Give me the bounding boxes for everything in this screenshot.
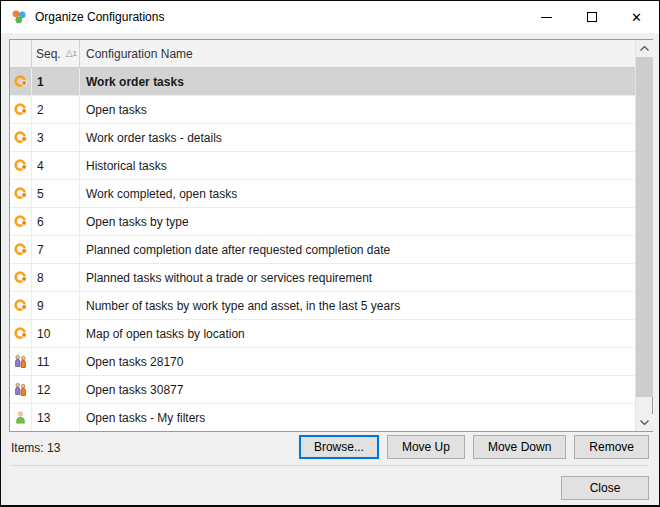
row-name-cell: Open tasks 28170 xyxy=(80,348,635,375)
row-icon-cell xyxy=(10,96,32,123)
scroll-down-button[interactable] xyxy=(636,414,653,431)
row-seq-cell: 7 xyxy=(32,236,80,263)
row-icon-cell xyxy=(10,320,32,347)
row-name-cell: Open tasks - My filters xyxy=(80,404,635,431)
row-icon-cell xyxy=(10,376,32,403)
table-body: 1 Work order tasks 2 Open tasks 3 Work o… xyxy=(10,68,635,431)
table-row[interactable]: 12 Open tasks 30877 xyxy=(10,376,635,404)
row-name-cell: Open tasks 30877 xyxy=(80,376,635,403)
action-buttons: Browse... Move Up Move Down Remove xyxy=(299,435,649,459)
table-row[interactable]: 4 Historical tasks xyxy=(10,152,635,180)
close-icon: ✕ xyxy=(631,11,642,24)
table-row[interactable]: 7 Planned completion date after requeste… xyxy=(10,236,635,264)
table-row[interactable]: 2 Open tasks xyxy=(10,96,635,124)
balloons-icon xyxy=(11,9,27,25)
footer-separator xyxy=(11,465,649,466)
sort-ascending-icon: △1 xyxy=(66,48,77,60)
row-icon-cell xyxy=(10,348,32,375)
row-name-cell: Number of tasks by work type and asset, … xyxy=(80,292,635,319)
row-seq-cell: 6 xyxy=(32,208,80,235)
header-name-column[interactable]: Configuration Name xyxy=(80,40,635,67)
window-controls: ✕ xyxy=(524,1,659,33)
table-row[interactable]: 10 Map of open tasks by location xyxy=(10,320,635,348)
row-icon-cell xyxy=(10,404,32,431)
row-icon-cell xyxy=(10,236,32,263)
items-count-label: Items: 13 xyxy=(11,441,60,455)
row-icon-cell xyxy=(10,152,32,179)
table-row[interactable]: 3 Work order tasks - details xyxy=(10,124,635,152)
row-seq-cell: 8 xyxy=(32,264,80,291)
header-name-label: Configuration Name xyxy=(86,47,193,61)
chevron-up-icon xyxy=(640,46,649,51)
row-icon-cell xyxy=(10,208,32,235)
grid-header-row: Seq. △1 Configuration Name xyxy=(10,40,635,68)
table-row[interactable]: 9 Number of tasks by work type and asset… xyxy=(10,292,635,320)
table-row[interactable]: 1 Work order tasks xyxy=(10,68,635,96)
move-down-button[interactable]: Move Down xyxy=(473,435,566,459)
row-seq-cell: 9 xyxy=(32,292,80,319)
global-configuration-icon xyxy=(13,214,28,229)
global-configuration-icon xyxy=(13,102,28,117)
row-icon-cell xyxy=(10,124,32,151)
row-seq-cell: 10 xyxy=(32,320,80,347)
team-configuration-icon xyxy=(13,354,28,369)
table-row[interactable]: 6 Open tasks by type xyxy=(10,208,635,236)
row-seq-cell: 2 xyxy=(32,96,80,123)
global-configuration-icon xyxy=(13,326,28,341)
minimize-button[interactable] xyxy=(524,1,569,33)
row-seq-cell: 12 xyxy=(32,376,80,403)
row-name-cell: Open tasks by type xyxy=(80,208,635,235)
header-seq-column[interactable]: Seq. △1 xyxy=(32,40,80,67)
organize-configurations-dialog: Organize Configurations ✕ Seq. △1 Config… xyxy=(0,0,660,507)
configurations-grid: Seq. △1 Configuration Name 1 Work order … xyxy=(9,39,653,432)
global-configuration-icon xyxy=(13,270,28,285)
row-seq-cell: 13 xyxy=(32,404,80,431)
remove-button[interactable]: Remove xyxy=(574,435,649,459)
table-row[interactable]: 5 Work completed, open tasks xyxy=(10,180,635,208)
row-seq-cell: 4 xyxy=(32,152,80,179)
scrollbar-thumb[interactable] xyxy=(636,57,653,397)
header-icon-column xyxy=(10,40,32,67)
global-configuration-icon xyxy=(13,298,28,313)
row-name-cell: Work completed, open tasks xyxy=(80,180,635,207)
row-icon-cell xyxy=(10,68,32,95)
row-name-cell: Work order tasks - details xyxy=(80,124,635,151)
global-configuration-icon xyxy=(13,130,28,145)
maximize-icon xyxy=(587,12,597,22)
row-seq-cell: 11 xyxy=(32,348,80,375)
window-title: Organize Configurations xyxy=(35,10,524,24)
browse-button[interactable]: Browse... xyxy=(299,435,379,459)
row-name-cell: Historical tasks xyxy=(80,152,635,179)
close-button[interactable]: Close xyxy=(561,476,649,500)
row-seq-cell: 1 xyxy=(32,68,80,95)
chevron-down-icon xyxy=(640,420,649,425)
table-row[interactable]: 13 Open tasks - My filters xyxy=(10,404,635,431)
title-bar: Organize Configurations ✕ xyxy=(1,1,659,33)
global-configuration-icon xyxy=(13,158,28,173)
global-configuration-icon xyxy=(13,186,28,201)
row-seq-cell: 5 xyxy=(32,180,80,207)
row-icon-cell xyxy=(10,264,32,291)
row-icon-cell xyxy=(10,292,32,319)
header-seq-label: Seq. xyxy=(36,47,61,61)
table-row[interactable]: 8 Planned tasks without a trade or servi… xyxy=(10,264,635,292)
row-name-cell: Planned tasks without a trade or service… xyxy=(80,264,635,291)
team-configuration-icon xyxy=(13,382,28,397)
row-name-cell: Planned completion date after requested … xyxy=(80,236,635,263)
row-name-cell: Open tasks xyxy=(80,96,635,123)
table-row[interactable]: 11 Open tasks 28170 xyxy=(10,348,635,376)
row-icon-cell xyxy=(10,180,32,207)
row-name-cell: Map of open tasks by location xyxy=(80,320,635,347)
move-up-button[interactable]: Move Up xyxy=(387,435,465,459)
global-configuration-icon xyxy=(13,74,28,89)
vertical-scrollbar[interactable] xyxy=(635,40,652,431)
maximize-button[interactable] xyxy=(569,1,614,33)
scroll-up-button[interactable] xyxy=(636,40,653,57)
close-window-button[interactable]: ✕ xyxy=(614,1,659,33)
global-configuration-icon xyxy=(13,242,28,257)
row-name-cell: Work order tasks xyxy=(80,68,635,95)
minimize-icon xyxy=(541,17,552,18)
row-seq-cell: 3 xyxy=(32,124,80,151)
personal-configuration-icon xyxy=(13,410,28,425)
